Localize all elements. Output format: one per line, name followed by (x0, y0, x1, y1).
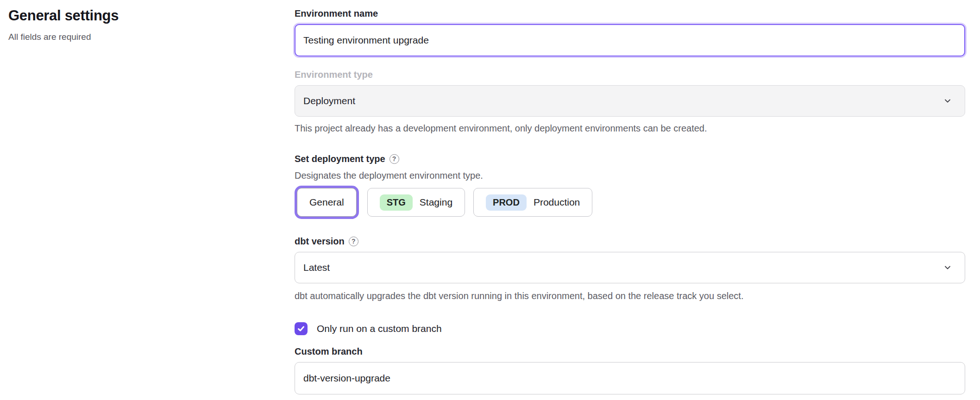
production-badge: PROD (486, 194, 527, 211)
deployment-type-options: General STG Staging PROD Production (295, 188, 965, 217)
dbt-version-select[interactable]: Latest (295, 252, 965, 283)
page-subtitle: All fields are required (8, 31, 268, 43)
environment-type-label: Environment type (295, 69, 965, 81)
help-icon[interactable]: ? (349, 237, 358, 246)
page-title: General settings (8, 6, 268, 25)
environment-name-label: Environment name (295, 7, 965, 19)
environment-type-select[interactable]: Deployment (295, 85, 965, 117)
chevron-down-icon (942, 262, 953, 273)
dbt-version-label: dbt version ? (295, 235, 965, 247)
deployment-type-label: Set deployment type ? (295, 153, 965, 165)
staging-badge: STG (380, 194, 413, 211)
custom-branch-label: Custom branch (295, 345, 965, 357)
deployment-type-general-button[interactable]: General (297, 188, 357, 217)
page-header: General settings All fields are required (8, 6, 268, 43)
custom-branch-checkbox-row[interactable]: Only run on a custom branch (295, 322, 965, 335)
environment-type-help: This project already has a development e… (295, 122, 965, 134)
environment-type-value: Deployment (303, 95, 355, 106)
staging-button-label: Staging (420, 197, 452, 208)
deployment-type-description: Designates the deployment environment ty… (295, 169, 965, 181)
general-button-label: General (309, 197, 344, 208)
environment-settings-form: Environment name Environment type Deploy… (295, 0, 965, 394)
chevron-down-icon (942, 96, 953, 106)
dbt-version-help: dbt automatically upgrades the dbt versi… (295, 290, 965, 302)
custom-branch-checkbox-label: Only run on a custom branch (317, 322, 442, 335)
checkbox-checked-icon[interactable] (295, 322, 308, 335)
deployment-type-label-text: Set deployment type (295, 153, 385, 165)
custom-branch-input[interactable] (295, 362, 965, 394)
dbt-version-value: Latest (303, 262, 330, 273)
dbt-version-label-text: dbt version (295, 235, 345, 247)
production-button-label: Production (534, 197, 580, 208)
deployment-type-staging-button[interactable]: STG Staging (367, 188, 465, 217)
help-icon[interactable]: ? (389, 154, 399, 164)
environment-name-input[interactable] (295, 24, 965, 56)
deployment-type-production-button[interactable]: PROD Production (473, 188, 592, 217)
